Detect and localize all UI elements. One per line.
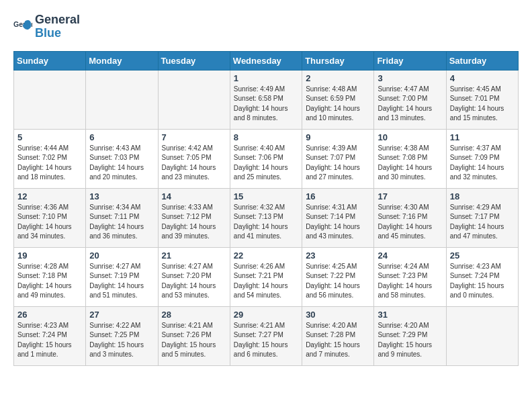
day-info: Sunrise: 4:21 AMSunset: 7:26 PMDaylight:…: [162, 321, 226, 360]
day-info: Sunrise: 4:37 AMSunset: 7:09 PMDaylight:…: [450, 144, 515, 183]
logo-general: General: [35, 13, 80, 26]
calendar-cell: 8 Sunrise: 4:40 AMSunset: 7:06 PMDayligh…: [230, 129, 302, 188]
weekday-header-saturday: Saturday: [446, 51, 518, 70]
calendar-cell: 7 Sunrise: 4:42 AMSunset: 7:05 PMDayligh…: [158, 129, 230, 188]
day-info: Sunrise: 4:21 AMSunset: 7:27 PMDaylight:…: [234, 321, 298, 360]
day-number: 6: [89, 132, 154, 142]
day-number: 12: [17, 191, 82, 201]
calendar-cell: 5 Sunrise: 4:44 AMSunset: 7:02 PMDayligh…: [14, 129, 86, 188]
weekday-header-row: SundayMondayTuesdayWednesdayThursdayFrid…: [14, 51, 519, 70]
day-info: Sunrise: 4:42 AMSunset: 7:05 PMDaylight:…: [162, 144, 226, 183]
calendar-cell: 20 Sunrise: 4:27 AMSunset: 7:19 PMDaylig…: [86, 247, 158, 306]
calendar-cell: 24 Sunrise: 4:24 AMSunset: 7:23 PMDaylig…: [374, 247, 446, 306]
logo-blue: Blue: [35, 26, 61, 40]
day-number: 15: [234, 191, 298, 201]
day-info: Sunrise: 4:38 AMSunset: 7:08 PMDaylight:…: [378, 144, 442, 183]
day-info: Sunrise: 4:44 AMSunset: 7:02 PMDaylight:…: [17, 144, 82, 183]
calendar-cell: 4 Sunrise: 4:45 AMSunset: 7:01 PMDayligh…: [446, 70, 518, 129]
calendar-cell: 23 Sunrise: 4:25 AMSunset: 7:22 PMDaylig…: [302, 247, 374, 306]
calendar-cell: 17 Sunrise: 4:30 AMSunset: 7:16 PMDaylig…: [374, 188, 446, 247]
day-number: 27: [89, 310, 154, 320]
calendar-cell: 15 Sunrise: 4:32 AMSunset: 7:13 PMDaylig…: [230, 188, 302, 247]
calendar-week-row: 26 Sunrise: 4:23 AMSunset: 7:24 PMDaylig…: [14, 306, 519, 365]
calendar-cell: 25 Sunrise: 4:23 AMSunset: 7:24 PMDaylig…: [446, 247, 518, 306]
day-number: 22: [234, 250, 298, 261]
page-header: General General Blue: [13, 13, 519, 40]
calendar-cell: 31 Sunrise: 4:20 AMSunset: 7:29 PMDaylig…: [374, 306, 446, 365]
day-number: 13: [89, 191, 154, 201]
day-number: 25: [450, 250, 515, 261]
day-info: Sunrise: 4:32 AMSunset: 7:13 PMDaylight:…: [234, 203, 298, 242]
day-number: 24: [378, 250, 442, 261]
day-number: 3: [378, 73, 442, 83]
calendar-cell: 19 Sunrise: 4:28 AMSunset: 7:18 PMDaylig…: [14, 247, 86, 306]
day-info: Sunrise: 4:34 AMSunset: 7:11 PMDaylight:…: [89, 203, 154, 242]
day-info: Sunrise: 4:23 AMSunset: 7:24 PMDaylight:…: [17, 321, 82, 360]
day-info: Sunrise: 4:27 AMSunset: 7:20 PMDaylight:…: [162, 262, 226, 301]
calendar-cell: 9 Sunrise: 4:39 AMSunset: 7:07 PMDayligh…: [302, 129, 374, 188]
day-number: 28: [162, 310, 226, 320]
calendar-cell: 18 Sunrise: 4:29 AMSunset: 7:17 PMDaylig…: [446, 188, 518, 247]
calendar-cell: 21 Sunrise: 4:27 AMSunset: 7:20 PMDaylig…: [158, 247, 230, 306]
calendar-table: SundayMondayTuesdayWednesdayThursdayFrid…: [13, 51, 519, 366]
day-number: 1: [234, 73, 298, 83]
calendar-cell: [446, 306, 518, 365]
calendar-cell: [14, 70, 86, 129]
calendar-cell: 3 Sunrise: 4:47 AMSunset: 7:00 PMDayligh…: [374, 70, 446, 129]
calendar-week-row: 19 Sunrise: 4:28 AMSunset: 7:18 PMDaylig…: [14, 247, 519, 306]
calendar-cell: 26 Sunrise: 4:23 AMSunset: 7:24 PMDaylig…: [14, 306, 86, 365]
calendar-cell: 27 Sunrise: 4:22 AMSunset: 7:25 PMDaylig…: [86, 306, 158, 365]
day-info: Sunrise: 4:47 AMSunset: 7:00 PMDaylight:…: [378, 85, 442, 124]
calendar-cell: 30 Sunrise: 4:20 AMSunset: 7:28 PMDaylig…: [302, 306, 374, 365]
day-number: 8: [234, 132, 298, 142]
calendar-cell: 16 Sunrise: 4:31 AMSunset: 7:14 PMDaylig…: [302, 188, 374, 247]
day-number: 29: [234, 310, 298, 320]
day-info: Sunrise: 4:25 AMSunset: 7:22 PMDaylight:…: [306, 262, 370, 301]
calendar-cell: 12 Sunrise: 4:36 AMSunset: 7:10 PMDaylig…: [14, 188, 86, 247]
day-info: Sunrise: 4:49 AMSunset: 6:58 PMDaylight:…: [234, 85, 298, 124]
weekday-header-friday: Friday: [374, 51, 446, 70]
day-number: 23: [306, 250, 370, 261]
calendar-week-row: 1 Sunrise: 4:49 AMSunset: 6:58 PMDayligh…: [14, 70, 519, 129]
calendar-cell: [158, 70, 230, 129]
logo: General General Blue: [13, 13, 80, 40]
calendar-cell: 10 Sunrise: 4:38 AMSunset: 7:08 PMDaylig…: [374, 129, 446, 188]
day-info: Sunrise: 4:43 AMSunset: 7:03 PMDaylight:…: [89, 144, 154, 183]
calendar-cell: 11 Sunrise: 4:37 AMSunset: 7:09 PMDaylig…: [446, 129, 518, 188]
day-number: 4: [450, 73, 515, 83]
day-number: 18: [450, 191, 515, 201]
day-info: Sunrise: 4:39 AMSunset: 7:07 PMDaylight:…: [306, 144, 370, 183]
calendar-week-row: 5 Sunrise: 4:44 AMSunset: 7:02 PMDayligh…: [14, 129, 519, 188]
calendar-cell: 2 Sunrise: 4:48 AMSunset: 6:59 PMDayligh…: [302, 70, 374, 129]
day-number: 5: [17, 132, 82, 142]
day-info: Sunrise: 4:29 AMSunset: 7:17 PMDaylight:…: [450, 203, 515, 242]
logo-icon: General: [13, 17, 32, 36]
day-info: Sunrise: 4:31 AMSunset: 7:14 PMDaylight:…: [306, 203, 370, 242]
day-info: Sunrise: 4:20 AMSunset: 7:28 PMDaylight:…: [306, 321, 370, 360]
day-number: 31: [378, 310, 442, 320]
day-info: Sunrise: 4:20 AMSunset: 7:29 PMDaylight:…: [378, 321, 442, 360]
day-info: Sunrise: 4:36 AMSunset: 7:10 PMDaylight:…: [17, 203, 82, 242]
day-info: Sunrise: 4:30 AMSunset: 7:16 PMDaylight:…: [378, 203, 442, 242]
day-info: Sunrise: 4:33 AMSunset: 7:12 PMDaylight:…: [162, 203, 226, 242]
calendar-cell: 22 Sunrise: 4:26 AMSunset: 7:21 PMDaylig…: [230, 247, 302, 306]
weekday-header-monday: Monday: [86, 51, 158, 70]
day-info: Sunrise: 4:22 AMSunset: 7:25 PMDaylight:…: [89, 321, 154, 360]
day-info: Sunrise: 4:27 AMSunset: 7:19 PMDaylight:…: [89, 262, 154, 301]
calendar-week-row: 12 Sunrise: 4:36 AMSunset: 7:10 PMDaylig…: [14, 188, 519, 247]
day-info: Sunrise: 4:48 AMSunset: 6:59 PMDaylight:…: [306, 85, 370, 124]
day-number: 2: [306, 73, 370, 83]
day-number: 10: [378, 132, 442, 142]
day-info: Sunrise: 4:24 AMSunset: 7:23 PMDaylight:…: [378, 262, 442, 301]
day-number: 16: [306, 191, 370, 201]
day-info: Sunrise: 4:23 AMSunset: 7:24 PMDaylight:…: [450, 262, 515, 301]
calendar-cell: 1 Sunrise: 4:49 AMSunset: 6:58 PMDayligh…: [230, 70, 302, 129]
day-number: 26: [17, 310, 82, 320]
day-info: Sunrise: 4:40 AMSunset: 7:06 PMDaylight:…: [234, 144, 298, 183]
day-number: 7: [162, 132, 226, 142]
day-number: 9: [306, 132, 370, 142]
day-number: 19: [17, 250, 82, 261]
day-number: 21: [162, 250, 226, 261]
calendar-cell: 28 Sunrise: 4:21 AMSunset: 7:26 PMDaylig…: [158, 306, 230, 365]
weekday-header-tuesday: Tuesday: [158, 51, 230, 70]
